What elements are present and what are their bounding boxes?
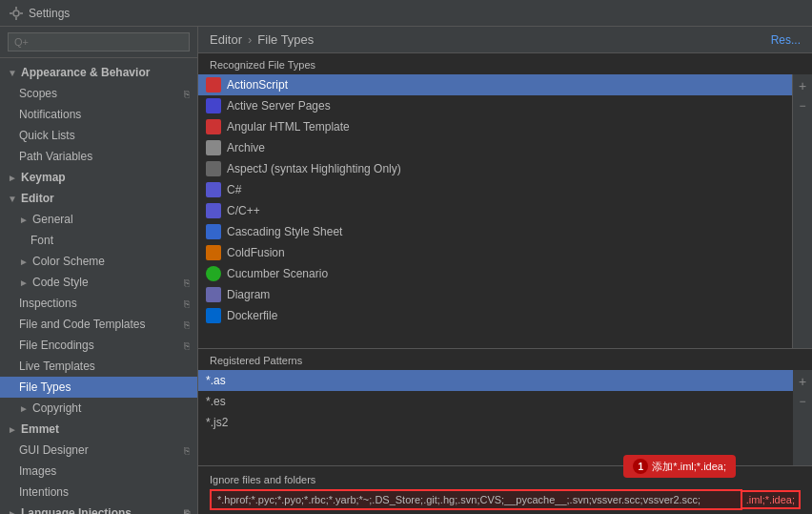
file-type-label: C# — [227, 183, 241, 196]
copy-icon: ⎘ — [184, 508, 190, 515]
list-item[interactable]: Archive — [198, 137, 792, 158]
sidebar-item-fileandcode[interactable]: File and Code Templates ⎘ — [0, 314, 197, 335]
list-item[interactable]: AspectJ (syntax Highlighting Only) — [198, 158, 792, 179]
sidebar-item-font[interactable]: Font — [0, 230, 197, 251]
list-item[interactable]: Dockerfile — [198, 305, 792, 326]
list-item[interactable]: C/C++ — [198, 200, 792, 221]
file-types-list[interactable]: ActionScript Active Server Pages Angular… — [198, 74, 792, 348]
sidebar-item-label: GUI Designer — [19, 443, 89, 457]
sidebar-item-general[interactable]: ► General — [0, 209, 197, 230]
patterns-list[interactable]: *.as *.es *.js2 — [198, 370, 793, 465]
list-item[interactable]: Diagram — [198, 284, 792, 305]
list-item[interactable]: Angular HTML Template — [198, 116, 792, 137]
expand-arrow: ► — [19, 403, 30, 414]
list-item[interactable]: Cucumber Scenario — [198, 263, 792, 284]
svg-rect-4 — [20, 12, 23, 14]
list-item[interactable]: ColdFusion — [198, 242, 792, 263]
breadcrumb: Editor › File Types — [210, 32, 314, 47]
file-type-label: ActionScript — [227, 78, 288, 92]
ignore-section: Ignore files and folders .iml;*.idea; 1 … — [198, 465, 812, 514]
copy-icon: ⎘ — [184, 319, 190, 330]
sidebar-item-emmet[interactable]: ► Emmet — [0, 419, 197, 440]
sidebar-item-label: File and Code Templates — [19, 318, 146, 331]
sidebar-item-label: File Encodings — [19, 339, 94, 352]
sidebar-item-label: Path Variables — [19, 150, 92, 163]
sidebar-item-languageinjections[interactable]: ► Language Injections ⎘ — [0, 503, 197, 514]
recognized-file-types-label: Recognized File Types — [198, 53, 812, 74]
sidebar-item-label: Live Templates — [19, 360, 95, 373]
sidebar-item-scopes[interactable]: Scopes ⎘ — [0, 83, 197, 104]
main-content: ▼ Appearance & Behavior Scopes ⎘ Notific… — [0, 27, 812, 514]
svg-rect-2 — [15, 17, 17, 20]
annotation-number: 1 — [633, 459, 648, 474]
list-item[interactable]: *.as — [198, 370, 793, 391]
file-type-label: Angular HTML Template — [227, 120, 350, 134]
recognized-file-types-section: ActionScript Active Server Pages Angular… — [198, 74, 812, 348]
file-type-label: Diagram — [227, 288, 270, 301]
sidebar-item-codestyle[interactable]: ► Code Style ⎘ — [0, 272, 197, 293]
sidebar-item-quicklists[interactable]: Quick Lists — [0, 125, 197, 146]
sidebar-item-editor[interactable]: ▼ Editor — [0, 188, 197, 209]
sidebar-tree: ▼ Appearance & Behavior Scopes ⎘ Notific… — [0, 58, 197, 514]
breadcrumb-parent: Editor — [210, 32, 242, 47]
reset-button[interactable]: Res... — [771, 33, 801, 47]
file-type-label: ColdFusion — [227, 246, 285, 259]
search-input[interactable] — [8, 32, 190, 51]
settings-icon — [10, 7, 23, 20]
sidebar-item-label: Copyright — [32, 401, 81, 415]
sidebar-item-label: Intentions — [19, 485, 69, 499]
file-icon-coldfusion — [206, 245, 221, 260]
expand-arrow: ► — [19, 215, 30, 225]
file-type-label: Cucumber Scenario — [227, 267, 328, 280]
sidebar-item-copyright[interactable]: ► Copyright — [0, 398, 197, 419]
sidebar-item-fileencodings[interactable]: File Encodings ⎘ — [0, 335, 197, 356]
file-icon-angular — [206, 119, 221, 134]
sidebar-item-livetemplates[interactable]: Live Templates — [0, 356, 197, 377]
sidebar-item-label: Images — [19, 464, 56, 478]
sidebar-item-images[interactable]: Images — [0, 461, 197, 482]
file-type-label: Cascading Style Sheet — [227, 225, 342, 238]
sidebar-item-keymap[interactable]: ► Keymap — [0, 167, 197, 188]
search-box — [0, 27, 197, 58]
file-icon-css — [206, 224, 221, 239]
file-icon-cpp — [206, 203, 221, 218]
sidebar-item-pathvariables[interactable]: Path Variables — [0, 146, 197, 167]
expand-arrow: ► — [8, 508, 19, 515]
ignore-files-input[interactable] — [210, 489, 742, 510]
sidebar-item-inspections[interactable]: Inspections ⎘ — [0, 293, 197, 314]
add-pattern-button[interactable]: + — [797, 372, 808, 391]
sidebar-item-label: Emmet — [21, 422, 59, 436]
remove-file-type-button[interactable]: − — [797, 97, 807, 114]
file-type-label: Archive — [227, 141, 265, 154]
remove-pattern-button[interactable]: − — [797, 393, 807, 410]
list-item[interactable]: C# — [198, 179, 792, 200]
sidebar-item-label: Scopes — [19, 87, 57, 100]
add-file-type-button[interactable]: + — [797, 76, 808, 95]
sidebar-item-filetypes[interactable]: File Types — [0, 377, 197, 398]
sidebar-item-label: Inspections — [19, 297, 77, 310]
ignore-highlighted-part: .iml;*.idea; — [742, 490, 801, 509]
file-types-actions: + − — [793, 74, 812, 348]
sidebar-item-label: Code Style — [32, 276, 89, 289]
breadcrumb-separator: › — [248, 32, 252, 47]
panel-header: Editor › File Types Res... — [198, 27, 812, 53]
list-item[interactable]: Active Server Pages — [198, 95, 792, 116]
sidebar-item-notifications[interactable]: Notifications — [0, 104, 197, 125]
pattern-label: *.as — [206, 374, 226, 387]
list-item[interactable]: ActionScript — [198, 74, 792, 95]
panel-body: Recognized File Types ActionScript Activ… — [198, 53, 812, 514]
expand-arrow: ► — [8, 173, 19, 183]
list-item[interactable]: *.es — [198, 391, 793, 412]
sidebar-item-guidesigner[interactable]: GUI Designer ⎘ — [0, 440, 197, 461]
sidebar-item-colorscheme[interactable]: ► Color Scheme — [0, 251, 197, 272]
list-item[interactable]: *.js2 — [198, 412, 793, 433]
sidebar-item-intentions[interactable]: Intentions — [0, 482, 197, 503]
sidebar-item-appearance[interactable]: ▼ Appearance & Behavior — [0, 62, 197, 83]
list-item[interactable]: Cascading Style Sheet — [198, 221, 792, 242]
file-icon-dockerfile — [206, 308, 221, 323]
copy-icon: ⎘ — [184, 340, 190, 351]
sidebar-item-label: Appearance & Behavior — [21, 66, 150, 79]
file-icon-aspectj — [206, 161, 221, 176]
collapse-arrow: ▼ — [8, 68, 19, 78]
copy-icon: ⎘ — [184, 298, 190, 309]
